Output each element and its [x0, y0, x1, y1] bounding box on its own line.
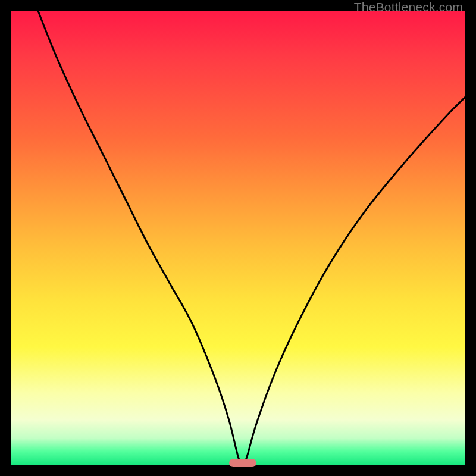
optimal-marker — [229, 459, 256, 467]
chart-frame: TheBottleneck.com — [0, 0, 476, 476]
bottleneck-curve — [11, 11, 465, 465]
plot-area — [11, 11, 465, 465]
